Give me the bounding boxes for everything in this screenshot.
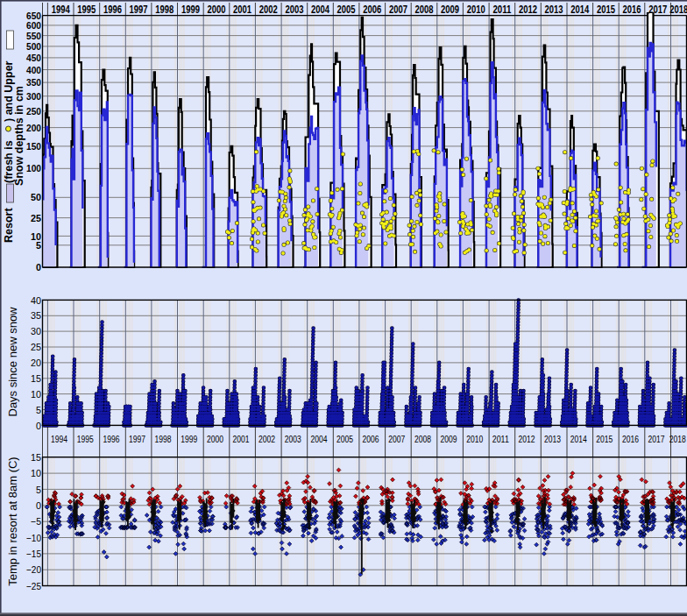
svg-text:1997: 1997 <box>130 4 148 16</box>
svg-text:2004: 2004 <box>310 433 327 444</box>
svg-text:2015: 2015 <box>596 433 613 444</box>
svg-text:−10: −10 <box>26 533 41 543</box>
svg-text:650: 650 <box>26 11 41 21</box>
svg-text:2001: 2001 <box>233 4 251 16</box>
svg-text:2011: 2011 <box>492 433 509 444</box>
svg-text:2002: 2002 <box>259 4 278 16</box>
svg-text:1994: 1994 <box>52 4 70 16</box>
svg-text:2016: 2016 <box>623 4 641 16</box>
svg-text:−15: −15 <box>26 549 41 559</box>
svg-text:250: 250 <box>26 106 41 117</box>
svg-text:1998: 1998 <box>155 433 172 444</box>
svg-text:350: 350 <box>26 77 41 88</box>
svg-text:25: 25 <box>31 213 42 223</box>
svg-text:1999: 1999 <box>181 4 200 16</box>
svg-text:40: 40 <box>31 295 41 306</box>
svg-text:200: 200 <box>26 123 41 133</box>
svg-text:500: 500 <box>26 41 41 52</box>
svg-text:20: 20 <box>31 358 41 368</box>
svg-text:5: 5 <box>36 405 41 415</box>
svg-text:300: 300 <box>26 91 41 102</box>
svg-text:2010: 2010 <box>467 4 485 16</box>
svg-text:2014: 2014 <box>570 4 589 16</box>
svg-text:2014: 2014 <box>570 433 587 444</box>
svg-text:5: 5 <box>36 240 42 251</box>
svg-text:2004: 2004 <box>311 4 329 16</box>
svg-text:2015: 2015 <box>597 4 615 16</box>
svg-text:−25: −25 <box>26 581 41 591</box>
svg-text:1999: 1999 <box>181 433 197 444</box>
svg-text:2003: 2003 <box>285 433 301 444</box>
svg-text:15: 15 <box>31 373 41 384</box>
svg-text:2011: 2011 <box>492 4 511 16</box>
svg-text:2010: 2010 <box>466 433 483 444</box>
svg-text:2005: 2005 <box>336 433 353 444</box>
svg-text:2000: 2000 <box>207 433 223 444</box>
svg-text:2018: 2018 <box>669 433 686 444</box>
svg-text:2007: 2007 <box>389 4 407 16</box>
svg-text:−5: −5 <box>31 516 41 527</box>
svg-text:2017: 2017 <box>648 4 667 16</box>
svg-text:35: 35 <box>31 310 41 321</box>
svg-text:30: 30 <box>31 326 41 336</box>
svg-text:2012: 2012 <box>518 433 535 444</box>
svg-text:−20: −20 <box>26 564 41 575</box>
svg-text:2016: 2016 <box>622 433 639 444</box>
svg-text:450: 450 <box>26 53 41 63</box>
svg-text:400: 400 <box>26 65 41 75</box>
svg-text:2013: 2013 <box>544 433 561 444</box>
svg-text:2007: 2007 <box>388 433 405 444</box>
svg-text:1994: 1994 <box>51 433 67 444</box>
svg-text:2017: 2017 <box>648 433 665 444</box>
svg-text:1998: 1998 <box>155 4 174 16</box>
svg-text:2008: 2008 <box>415 4 434 16</box>
svg-text:2018: 2018 <box>669 4 687 16</box>
svg-text:2001: 2001 <box>233 433 250 444</box>
svg-text:2006: 2006 <box>363 433 379 444</box>
svg-text:550: 550 <box>26 31 41 41</box>
svg-text:2009: 2009 <box>441 433 457 444</box>
svg-text:0: 0 <box>36 500 41 511</box>
svg-text:600: 600 <box>26 20 41 31</box>
svg-text:0: 0 <box>36 421 41 431</box>
svg-text:50: 50 <box>31 192 41 202</box>
svg-text:2005: 2005 <box>337 4 356 16</box>
svg-text:2013: 2013 <box>545 4 563 16</box>
svg-text:15: 15 <box>31 452 41 463</box>
svg-text:Temp in resort at 8am (C): Temp in resort at 8am (C) <box>6 457 19 585</box>
svg-text:2012: 2012 <box>519 4 537 16</box>
svg-text:25: 25 <box>31 342 41 352</box>
svg-text:1996: 1996 <box>103 4 122 16</box>
svg-text:5: 5 <box>36 485 41 495</box>
svg-text:2006: 2006 <box>363 4 381 16</box>
svg-text:1995: 1995 <box>77 433 94 444</box>
svg-text:10: 10 <box>31 231 41 242</box>
svg-text:Snow depths in cm: Snow depths in cm <box>13 86 25 186</box>
svg-text:2002: 2002 <box>259 433 275 444</box>
svg-text:2000: 2000 <box>208 4 226 16</box>
svg-text:1997: 1997 <box>129 433 145 444</box>
svg-text:0: 0 <box>36 262 41 273</box>
svg-text:10: 10 <box>31 389 41 400</box>
svg-text:2003: 2003 <box>285 4 303 16</box>
svg-text:100: 100 <box>26 163 41 173</box>
svg-text:Days since new snow: Days since new snow <box>6 307 19 417</box>
svg-text:2008: 2008 <box>414 433 431 444</box>
svg-text:2009: 2009 <box>441 4 459 16</box>
svg-text:150: 150 <box>26 141 41 152</box>
svg-text:1995: 1995 <box>77 4 96 16</box>
svg-text:10: 10 <box>31 468 41 478</box>
svg-text:Resort: Resort <box>3 208 15 243</box>
svg-text:1996: 1996 <box>103 433 119 444</box>
